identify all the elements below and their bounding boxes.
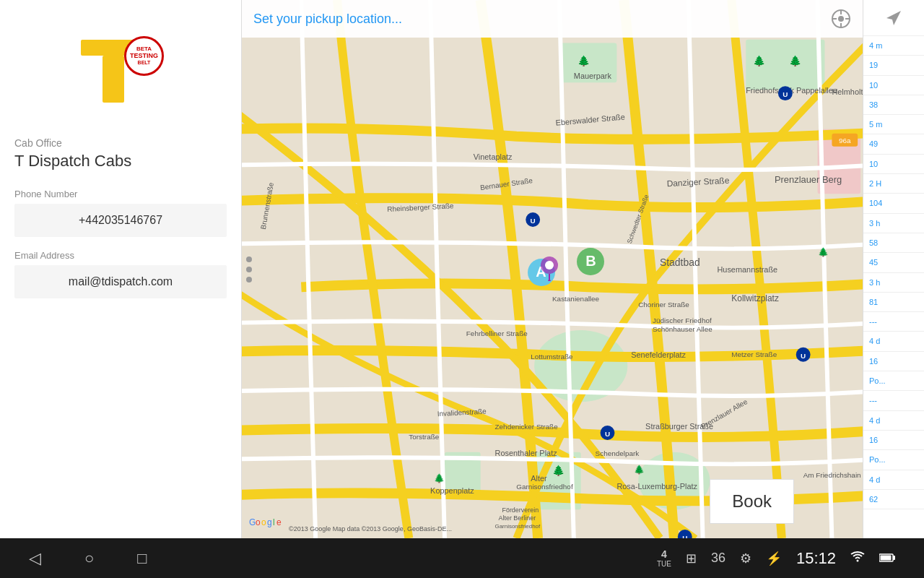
svg-text:Alter: Alter bbox=[531, 474, 547, 483]
svg-text:🌲: 🌲 bbox=[434, 473, 445, 483]
sidebar: BETA TESTING BELT Cab Office T Dispatch … bbox=[0, 0, 242, 538]
svg-text:U: U bbox=[682, 534, 687, 538]
svg-text:Stadtbad: Stadtbad bbox=[660, 256, 700, 268]
pickup-text[interactable]: Set your pickup location... bbox=[253, 12, 402, 27]
dots-navigation bbox=[242, 252, 256, 287]
svg-text:🌲: 🌲 bbox=[818, 246, 829, 257]
svg-text:U: U bbox=[783, 90, 788, 98]
number-badge: 36 bbox=[711, 551, 725, 566]
svg-text:Kollwitzplatz: Kollwitzplatz bbox=[731, 293, 779, 303]
svg-rect-1 bbox=[103, 56, 124, 103]
right-panel-item: 4 m bbox=[863, 36, 924, 56]
svg-text:e: e bbox=[276, 517, 282, 527]
right-panel-item: Po... bbox=[863, 371, 924, 391]
svg-text:Am Friedrichshain: Am Friedrichshain bbox=[803, 471, 861, 479]
right-panel-item: 62 bbox=[863, 490, 924, 509]
svg-text:Garnisonsfriedhof: Garnisonsfriedhof bbox=[516, 483, 573, 491]
right-panel-item: 5 m bbox=[863, 115, 924, 134]
navbar: ◁ ○ □ 4 TUE ⊞ 36 ⚙ ⚡ 15:12 bbox=[0, 538, 924, 578]
home-button[interactable]: ○ bbox=[84, 549, 94, 568]
right-panel-item: 81 bbox=[863, 293, 924, 312]
svg-point-7 bbox=[838, 16, 844, 22]
dot-3 bbox=[246, 277, 252, 282]
main-content: BETA TESTING BELT Cab Office T Dispatch … bbox=[0, 0, 924, 538]
cab-name: T Dispatch Cabs bbox=[14, 152, 227, 171]
svg-text:U: U bbox=[605, 430, 610, 438]
cab-office-label: Cab Office bbox=[14, 137, 227, 149]
svg-text:Torstraße: Torstraße bbox=[409, 433, 439, 441]
svg-text:Jüdischer Friedhof: Jüdischer Friedhof bbox=[653, 316, 712, 324]
svg-text:Lottumstraße: Lottumstraße bbox=[531, 353, 573, 361]
svg-text:Senefelderplatz: Senefelderplatz bbox=[631, 350, 686, 359]
usb-icon: ⚡ bbox=[766, 551, 782, 566]
svg-point-88 bbox=[545, 261, 554, 269]
email-value: mail@tdispatch.com bbox=[14, 265, 227, 298]
svg-text:Rosenthaler Platz: Rosenthaler Platz bbox=[495, 449, 558, 457]
svg-text:Metzer Straße: Metzer Straße bbox=[731, 350, 777, 358]
right-panel-item: --- bbox=[863, 391, 924, 410]
svg-text:U: U bbox=[801, 352, 806, 360]
svg-text:Schendelpark: Schendelpark bbox=[596, 449, 640, 457]
beta-badge: BETA TESTING BELT bbox=[124, 36, 164, 76]
right-panel-item: 38 bbox=[863, 95, 924, 115]
back-button[interactable]: ◁ bbox=[29, 549, 41, 568]
svg-text:🌲: 🌲 bbox=[552, 465, 565, 477]
svg-rect-98 bbox=[881, 556, 892, 561]
right-panel: 4 m1910385 m49102 H1043 h58453 h81---4 d… bbox=[863, 0, 924, 538]
time-display: 15:12 bbox=[796, 549, 836, 568]
battery-icon bbox=[879, 551, 895, 566]
svg-text:l: l bbox=[273, 517, 275, 527]
svg-text:🌲: 🌲 bbox=[753, 55, 766, 67]
phone-label: Phone Number bbox=[14, 189, 227, 199]
svg-text:Helmholtzplatz: Helmholtzplatz bbox=[832, 87, 863, 96]
right-panel-list: 4 m1910385 m49102 H1043 h58453 h81---4 d… bbox=[863, 36, 924, 509]
right-panel-item: 16 bbox=[863, 431, 924, 450]
right-panel-item: 4 d bbox=[863, 470, 924, 490]
marker-b: B bbox=[577, 248, 604, 275]
nav-left: ◁ ○ □ bbox=[29, 549, 147, 568]
settings-icon: ⚙ bbox=[740, 551, 751, 566]
svg-text:G: G bbox=[249, 517, 256, 527]
phone-value: +442035146767 bbox=[14, 204, 227, 237]
svg-text:🌲: 🌲 bbox=[634, 464, 645, 475]
right-panel-item: 2 H bbox=[863, 174, 924, 194]
right-panel-item: 19 bbox=[863, 56, 924, 75]
right-panel-item: 3 h bbox=[863, 273, 924, 293]
right-panel-item: --- bbox=[863, 312, 924, 332]
svg-text:o: o bbox=[261, 517, 266, 527]
svg-rect-97 bbox=[893, 556, 895, 560]
svg-text:🌲: 🌲 bbox=[789, 55, 802, 67]
gps-icon[interactable] bbox=[831, 9, 851, 29]
wifi-icon bbox=[850, 551, 865, 566]
map-container[interactable]: Set your pickup location... bbox=[242, 0, 863, 538]
svg-text:o: o bbox=[256, 517, 261, 527]
book-button[interactable]: Book bbox=[710, 479, 794, 524]
svg-text:🌲: 🌲 bbox=[578, 55, 590, 67]
svg-text:Koppenplatz: Koppenplatz bbox=[430, 486, 474, 495]
right-panel-item: Po... bbox=[863, 450, 924, 470]
svg-text:Choriner Straße: Choriner Straße bbox=[638, 301, 689, 309]
recent-apps-button[interactable]: □ bbox=[137, 549, 147, 568]
svg-text:Alter Berliner: Alter Berliner bbox=[499, 514, 536, 522]
svg-text:Zehdenicker Straße: Zehdenicker Straße bbox=[495, 423, 559, 431]
right-panel-item: 10 bbox=[863, 155, 924, 174]
svg-text:Prenzlauer Berg: Prenzlauer Berg bbox=[775, 174, 842, 185]
svg-text:Kastanienallee: Kastanienallee bbox=[552, 295, 600, 303]
svg-text:Garnisonsfriedhof: Garnisonsfriedhof bbox=[495, 523, 541, 530]
google-watermark: G o o g l e bbox=[249, 515, 285, 530]
dot-2 bbox=[246, 267, 252, 272]
map-copyright: ©2013 Google Map data ©2013 Google, GeoB… bbox=[289, 525, 452, 532]
svg-text:U: U bbox=[531, 217, 536, 225]
nav-right: 4 TUE ⊞ 36 ⚙ ⚡ 15:12 bbox=[657, 548, 895, 568]
svg-text:Förderverein: Förderverein bbox=[502, 506, 539, 514]
dot-1 bbox=[246, 256, 252, 262]
map-header: Set your pickup location... bbox=[242, 0, 863, 38]
navigate-icon bbox=[885, 9, 902, 27]
grid-icon: ⊞ bbox=[686, 551, 697, 566]
svg-text:g: g bbox=[267, 517, 272, 527]
logo-area: BETA TESTING BELT bbox=[14, 14, 227, 137]
svg-text:96a: 96a bbox=[839, 137, 851, 144]
svg-text:Husemannstraße: Husemannstraße bbox=[717, 265, 777, 274]
day-display: 4 TUE bbox=[657, 548, 671, 568]
right-panel-item: 3 h bbox=[863, 214, 924, 233]
